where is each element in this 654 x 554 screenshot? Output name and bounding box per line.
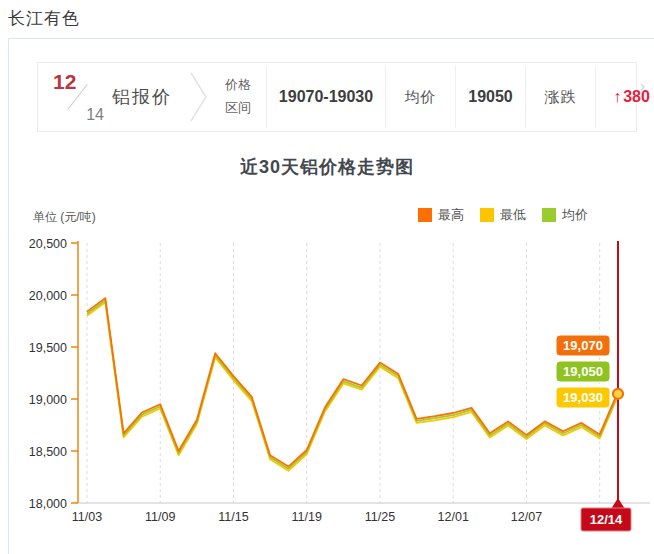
legend-item-low: 最低 <box>480 206 526 224</box>
x-tick-label: 11/15 <box>218 510 248 524</box>
x-tick-label: 11/25 <box>365 510 395 524</box>
y-tick-label: 20,500 <box>29 237 67 251</box>
product-label: 铝报价 <box>112 85 188 109</box>
y-tick-label: 19,000 <box>29 393 67 407</box>
end-value-tag-label: 19,070 <box>563 338 603 353</box>
legend-item-high: 最高 <box>418 206 464 224</box>
low-legend-swatch <box>480 208 494 222</box>
range-label-top: 价格 <box>210 74 266 97</box>
current-date-badge-label: 12/14 <box>590 512 623 527</box>
avg-legend-label: 均价 <box>562 206 588 224</box>
range-value: 19070-19030 <box>267 88 385 106</box>
end-value-tag-label: 19,050 <box>563 364 603 379</box>
page-title: 长江有色 <box>8 7 80 30</box>
end-value-tag-label: 19,030 <box>563 390 603 405</box>
avg-value: 19050 <box>456 88 525 106</box>
series-line-1 <box>87 302 618 471</box>
price-trend-chart: 18,00018,50019,00019,50020,00020,50011/0… <box>0 224 654 554</box>
chevron-right-icon <box>188 69 210 125</box>
quote-date-day: 14 <box>86 106 104 124</box>
y-tick-label: 20,000 <box>29 289 67 303</box>
avg-legend-swatch <box>542 208 556 222</box>
up-arrow-icon: ↑ <box>613 88 621 105</box>
x-tick-label: 12/07 <box>511 510 542 524</box>
change-label: 涨跌 <box>526 88 595 107</box>
series-line-2 <box>87 300 618 469</box>
chart-legend: 最高 最低 均价 <box>418 206 588 224</box>
quote-date-month: 12 <box>53 70 76 94</box>
y-tick-label: 18,500 <box>29 445 67 459</box>
x-tick-label: 12/01 <box>438 510 469 524</box>
legend-item-avg: 均价 <box>542 206 588 224</box>
change-amount: 380 <box>623 88 650 105</box>
chart-title: 近30天铝价格走势图 <box>0 155 654 179</box>
change-value: ↑380 <box>596 88 654 106</box>
y-tick-label: 18,000 <box>29 497 67 511</box>
y-tick-label: 19,500 <box>29 341 67 355</box>
last-point-dot <box>613 389 623 399</box>
high-legend-label: 最高 <box>438 206 464 224</box>
avg-label: 均价 <box>386 88 455 107</box>
x-tick-label: 11/19 <box>292 510 322 524</box>
high-legend-swatch <box>418 208 432 222</box>
range-label: 价格 区间 <box>210 74 266 120</box>
range-label-bottom: 区间 <box>210 97 266 120</box>
quote-bar: 12 14 铝报价 价格 区间 19070-19030 均价 19050 涨跌 … <box>37 62 637 132</box>
series-line-0 <box>87 298 618 467</box>
low-legend-label: 最低 <box>500 206 526 224</box>
carousel-next-icon[interactable]: › <box>640 78 645 93</box>
quote-date: 12 14 <box>52 73 106 121</box>
x-tick-label: 11/03 <box>72 510 102 524</box>
x-tick-label: 11/09 <box>145 510 175 524</box>
